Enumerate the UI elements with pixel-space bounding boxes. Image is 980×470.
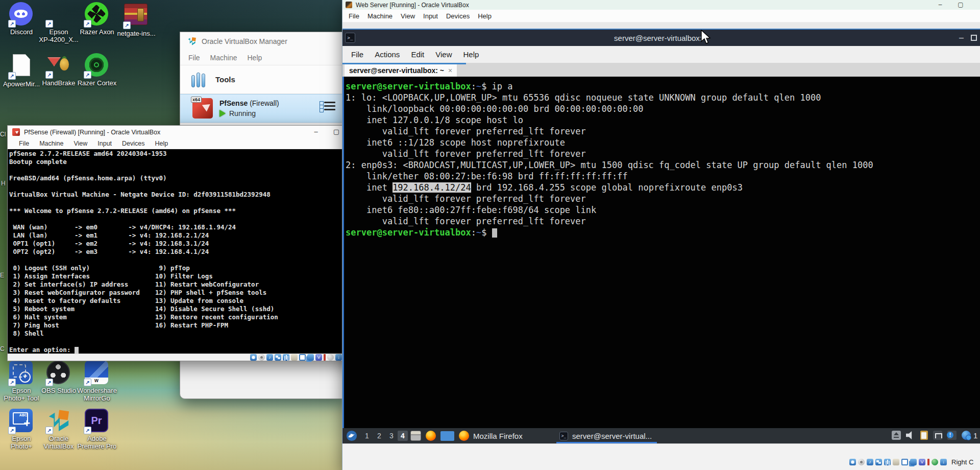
terminal-menu-file[interactable]: File <box>346 50 369 59</box>
terminal-menu-help[interactable]: Help <box>457 50 484 59</box>
desktop-shortcut-icon[interactable] <box>440 431 454 441</box>
net-status-icon[interactable] <box>275 354 281 361</box>
adobe-premiere-icon: Pr <box>85 409 109 433</box>
terminal-maximize-button[interactable] <box>971 35 977 41</box>
terminal-menu-view[interactable]: View <box>430 50 457 59</box>
alert-tray-icon[interactable] <box>947 431 957 440</box>
workspace-button-3[interactable]: 3 <box>386 431 397 441</box>
pfsense-menu-machine[interactable]: Machine <box>34 140 68 147</box>
webserver-menu-machine[interactable]: Machine <box>363 12 397 20</box>
terminal-task-icon <box>559 432 568 440</box>
webserver-minimize-button[interactable]: – <box>932 0 948 10</box>
lxqt-taskbar: 1234 Mozilla Firefoxserver@server-virtua… <box>342 428 980 443</box>
webserver-menu-input[interactable]: Input <box>419 12 442 20</box>
webserver-menu-file[interactable]: File <box>345 12 363 20</box>
pfsense-menu-file[interactable]: File <box>14 140 34 147</box>
webserver-menu-view[interactable]: View <box>397 12 419 20</box>
vtag-status-icon[interactable] <box>315 354 322 361</box>
folder-status-icon[interactable] <box>893 459 899 465</box>
audio-status-icon[interactable] <box>266 354 273 361</box>
manager-tools-button[interactable]: Tools <box>180 65 342 94</box>
cd-status-icon[interactable] <box>858 459 865 465</box>
pfsense-menu-devices[interactable]: Devices <box>117 140 150 147</box>
globe-status-icon[interactable] <box>932 459 938 465</box>
desktop-icon-razer-axon[interactable]: Razer Axon <box>76 2 118 36</box>
arrow-status-icon[interactable] <box>335 354 342 361</box>
netgate-installer-icon <box>124 4 149 28</box>
desktop-icon-epson-photo-tool[interactable]: Epson Photo+ Tool <box>0 361 43 402</box>
vm-context-menu-icon[interactable] <box>324 102 335 110</box>
tab-close-icon[interactable]: × <box>448 66 452 75</box>
taskbar-clock[interactable]: 1 <box>973 431 977 440</box>
manager-menu-file[interactable]: File <box>183 54 205 62</box>
clipboard-tray-icon[interactable] <box>920 431 928 440</box>
ethernet-tray-icon[interactable] <box>933 431 942 440</box>
disk-status-icon[interactable] <box>250 354 257 361</box>
workspace-button-2[interactable]: 2 <box>374 431 384 441</box>
network-tray-icon[interactable] <box>962 431 971 440</box>
manager-menu-help[interactable]: Help <box>242 54 267 62</box>
pfsense-titlebar[interactable]: PfSense (Firewall) [Running] - Oracle Vi… <box>8 126 364 138</box>
pfsense-menu-help[interactable]: Help <box>150 140 174 147</box>
terminal-menu-edit[interactable]: Edit <box>405 50 430 59</box>
display-status-icon[interactable] <box>299 354 306 361</box>
wondershare-mirrorgo-icon <box>85 361 109 385</box>
terminal-line: valid_lft forever preferred_lft forever <box>346 148 980 159</box>
shortcut-arrow-icon <box>45 20 53 28</box>
folder-status-icon[interactable] <box>291 354 298 361</box>
redbar-status-icon[interactable] <box>324 354 326 361</box>
shortcut-arrow-icon <box>84 71 91 79</box>
workspace-button-4[interactable]: 4 <box>398 431 408 441</box>
desktop-icon-epson-photo[interactable]: Epson Photo+ <box>0 409 43 450</box>
manager-titlebar[interactable]: Oracle VirtualBox Manager <box>180 32 342 51</box>
terminal-line: inet 127.0.0.1/8 scope host lo <box>346 114 980 126</box>
vm-list-item-pfsense[interactable]: x64 PfSense (Firewall) Running <box>180 94 342 123</box>
virtualbox-logo-icon <box>187 36 197 46</box>
lubuntu-menu-icon[interactable] <box>346 430 357 441</box>
desktop-icon-apowermirror[interactable]: ApowerMir... <box>0 53 43 88</box>
volume-tray-icon[interactable] <box>906 431 915 440</box>
mouse-cursor <box>700 30 712 45</box>
mouse-status-icon[interactable] <box>327 354 334 361</box>
cd-status-icon[interactable] <box>258 354 265 361</box>
usb-status-icon[interactable] <box>283 354 289 361</box>
file-manager-icon[interactable] <box>410 431 421 441</box>
webserver-menu-devices[interactable]: Devices <box>442 12 474 20</box>
pfsense-menu-input[interactable]: Input <box>92 140 117 147</box>
terminal-menu-actions[interactable]: Actions <box>369 50 405 59</box>
taskbar-task-firefox[interactable]: Mozilla Firefox <box>459 428 523 443</box>
webserver-menu-help[interactable]: Help <box>474 12 496 20</box>
tools-label: Tools <box>215 75 235 84</box>
usb-status-icon[interactable] <box>884 459 891 465</box>
firefox-launcher-icon[interactable] <box>426 431 436 441</box>
net-status-icon[interactable] <box>875 459 882 465</box>
pfsense-menu-view[interactable]: View <box>68 140 92 147</box>
manager-menu-machine[interactable]: Machine <box>205 54 242 62</box>
desktop-icon-razer-cortex[interactable]: Razer Cortex <box>76 53 118 87</box>
taskbar-task-terminal[interactable]: server@server-virtual... <box>559 428 652 443</box>
terminal-tab-label: server@server-virtualbox: ~ <box>349 66 444 75</box>
terminal-tab[interactable]: server@server-virtualbox: ~ × <box>345 64 457 77</box>
terminal-titlebar[interactable]: server@server-virtualbox: ~ – <box>342 30 980 46</box>
desktop-icon-discord[interactable]: Discord <box>0 2 43 36</box>
desktop-icon-netgate-installer[interactable]: netgate-ins... <box>115 2 158 37</box>
webserver-titlebar[interactable]: Web Server [Running] - Oracle VirtualBox… <box>342 0 980 10</box>
terminal-minimize-button[interactable]: – <box>959 33 964 42</box>
redbar-status-icon[interactable] <box>927 459 929 465</box>
vm-status: Running <box>229 109 256 118</box>
webserver-maximize-button[interactable]: ▢ <box>952 0 969 10</box>
display-status-icon[interactable] <box>901 459 908 465</box>
desktop-icon-wondershare-mirrorgo[interactable]: Wondershare MirrorGo <box>71 361 122 402</box>
pfsense-minimize-button[interactable]: – <box>306 126 326 138</box>
desktop-icon-epson-xp4200[interactable]: Epson XP-4200_X... <box>37 2 80 43</box>
workspace-button-1[interactable]: 1 <box>362 431 372 441</box>
audio-status-icon[interactable] <box>867 459 873 465</box>
screens-status-icon[interactable] <box>307 354 314 361</box>
eject-tray-icon[interactable] <box>892 431 901 440</box>
disk-status-icon[interactable] <box>849 459 856 465</box>
vtag-status-icon[interactable] <box>919 459 925 465</box>
desktop-icon-adobe-premiere[interactable]: PrAdobe Premiere Pro <box>71 409 122 450</box>
arrow-status-icon[interactable] <box>940 459 947 465</box>
desktop-icon-handbrake[interactable]: HandBrake <box>37 53 80 87</box>
screens-status-icon[interactable] <box>910 459 917 465</box>
